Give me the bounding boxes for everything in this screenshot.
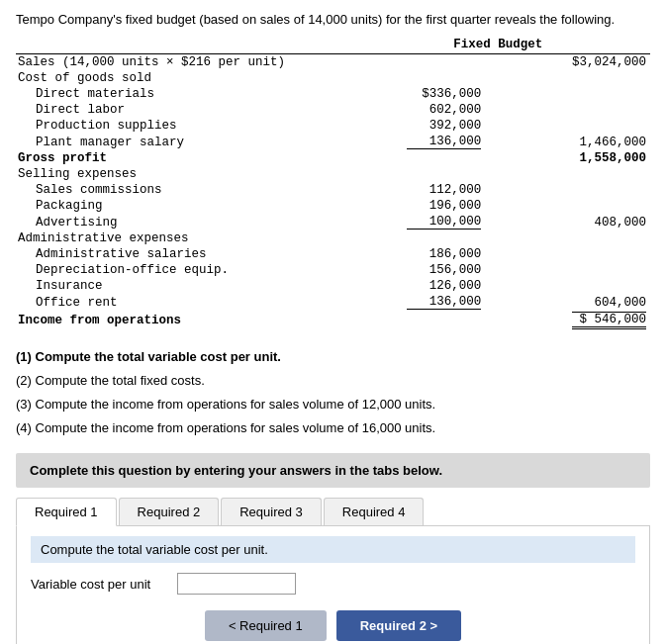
table-cell-col1: 196,000: [345, 198, 485, 214]
table-cell-col1: 602,000: [345, 102, 485, 118]
table-cell-label: Direct materials: [16, 86, 345, 102]
table-cell-col2: [485, 118, 650, 134]
table-cell-col2: $3,024,000: [485, 54, 650, 71]
table-cell-col2: [485, 166, 650, 182]
instruction-4: (4) Compute the income from operations f…: [16, 417, 650, 439]
table-row: Administrative expenses: [16, 230, 650, 246]
table-cell-col2: [485, 230, 650, 246]
table-cell-label: Selling expenses: [16, 166, 345, 182]
table-cell-col1: [345, 166, 485, 182]
table-row: Packaging196,000: [16, 198, 650, 214]
table-cell-label: Plant manager salary: [16, 134, 345, 150]
tab-required-2[interactable]: Required 2: [119, 498, 220, 525]
table-row: Office rent136,000604,000: [16, 294, 650, 311]
instruction-2: (2) Compute the total fixed costs.: [16, 370, 650, 392]
input-row: Variable cost per unit: [31, 573, 635, 595]
next-button[interactable]: Required 2 >: [336, 610, 461, 641]
table-cell-label: Income from operations: [16, 311, 345, 330]
table-cell-col1: [345, 230, 485, 246]
table-cell-col1: 100,000: [345, 214, 485, 230]
table-cell-label: Administrative expenses: [16, 230, 345, 246]
tab-question: Compute the total variable cost per unit…: [31, 536, 635, 563]
budget-table: Fixed Budget Sales (14,000 units × $216 …: [16, 37, 650, 330]
table-cell-col2: $ 546,000: [485, 311, 650, 330]
table-row: Sales commissions112,000: [16, 182, 650, 198]
table-cell-col2: [485, 86, 650, 102]
table-cell-col2: 408,000: [485, 214, 650, 230]
tab-required-4[interactable]: Required 4: [324, 498, 425, 525]
table-row: Gross profit1,558,000: [16, 150, 650, 166]
table-cell-label: Insurance: [16, 278, 345, 294]
instruction-3: (3) Compute the income from operations f…: [16, 394, 650, 415]
table-cell-label: Advertising: [16, 214, 345, 230]
table-cell-label: Cost of goods sold: [16, 70, 345, 86]
tab-content: Compute the total variable cost per unit…: [16, 526, 650, 644]
table-cell-col2: [485, 278, 650, 294]
table-cell-col1: $336,000: [345, 86, 485, 102]
nav-buttons: < Required 1 Required 2 >: [31, 610, 635, 641]
table-cell-label: Packaging: [16, 198, 345, 214]
table-header-row: Fixed Budget: [16, 37, 650, 54]
table-cell-col1: [345, 311, 485, 330]
input-label: Variable cost per unit: [31, 577, 169, 592]
table-cell-label: Administrative salaries: [16, 246, 345, 262]
table-row: Production supplies392,000: [16, 118, 650, 134]
table-row: Plant manager salary136,0001,466,000: [16, 134, 650, 150]
table-cell-col2: [485, 246, 650, 262]
table-cell-col1: 136,000: [345, 294, 485, 311]
table-cell-label: Gross profit: [16, 150, 345, 166]
table-cell-label: Office rent: [16, 294, 345, 311]
table-row: Direct labor602,000: [16, 102, 650, 118]
table-header-budget: Fixed Budget: [345, 37, 650, 54]
table-cell-col1: [345, 150, 485, 166]
table-cell-col2: [485, 182, 650, 198]
table-cell-col2: 1,558,000: [485, 150, 650, 166]
table-cell-col2: 1,466,000: [485, 134, 650, 150]
variable-cost-input[interactable]: [177, 573, 296, 595]
table-cell-col1: 156,000: [345, 262, 485, 278]
table-row: Advertising100,000408,000: [16, 214, 650, 230]
table-cell-label: Depreciation-office equip.: [16, 262, 345, 278]
table-cell-col2: [485, 70, 650, 86]
table-row: Selling expenses: [16, 166, 650, 182]
tabs-container: Required 1 Required 2 Required 3 Require…: [16, 498, 650, 526]
table-cell-label: Sales (14,000 units × $216 per unit): [16, 54, 345, 71]
table-cell-col2: [485, 262, 650, 278]
table-cell-label: Direct labor: [16, 102, 345, 118]
table-cell-col1: 126,000: [345, 278, 485, 294]
tab-required-1[interactable]: Required 1: [16, 498, 117, 526]
table-cell-col1: 136,000: [345, 134, 485, 150]
tab-required-3[interactable]: Required 3: [221, 498, 322, 525]
instruction-1: (1) Compute the total variable cost per …: [16, 346, 650, 368]
table-cell-col2: 604,000: [485, 294, 650, 311]
table-cell-col1: 186,000: [345, 246, 485, 262]
table-cell-col1: [345, 70, 485, 86]
table-row: Sales (14,000 units × $216 per unit)$3,0…: [16, 54, 650, 71]
intro-text: Tempo Company's fixed budget (based on s…: [16, 12, 650, 27]
table-row: Income from operations$ 546,000: [16, 311, 650, 330]
complete-box: Complete this question by entering your …: [16, 453, 650, 488]
prev-button[interactable]: < Required 1: [205, 610, 327, 641]
table-row: Cost of goods sold: [16, 70, 650, 86]
table-cell-col1: 392,000: [345, 118, 485, 134]
table-row: Direct materials$336,000: [16, 86, 650, 102]
table-cell-col1: 112,000: [345, 182, 485, 198]
instructions: (1) Compute the total variable cost per …: [16, 346, 650, 439]
table-header-label: [16, 37, 345, 54]
table-cell-label: Production supplies: [16, 118, 345, 134]
table-row: Insurance126,000: [16, 278, 650, 294]
table-row: Administrative salaries186,000: [16, 246, 650, 262]
table-row: Depreciation-office equip.156,000: [16, 262, 650, 278]
table-cell-col2: [485, 198, 650, 214]
table-cell-col2: [485, 102, 650, 118]
table-cell-col1: [345, 54, 485, 71]
table-cell-label: Sales commissions: [16, 182, 345, 198]
